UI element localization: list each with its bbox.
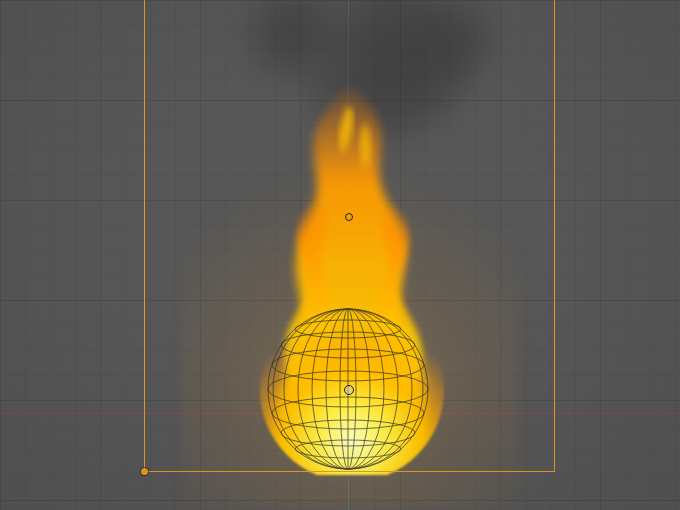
smoke-domain-bounds[interactable] — [144, 0, 555, 472]
viewport-3d[interactable] — [0, 0, 680, 510]
domain-origin-icon — [141, 468, 148, 475]
